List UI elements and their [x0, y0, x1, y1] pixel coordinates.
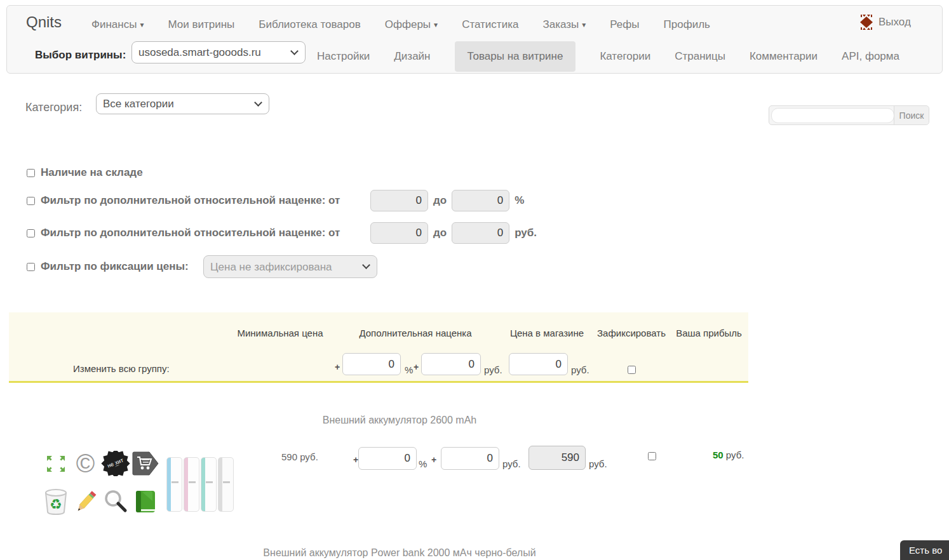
storefront-select-wrap: usoseda.smart-gooods.ru [131, 41, 306, 63]
product-title: Внешний аккумулятор 2600 mAh [323, 415, 476, 426]
product-actions: © не хит ⌒ [41, 444, 160, 521]
stock-filter-checkbox[interactable] [27, 169, 35, 177]
edit-pencil-icon[interactable] [71, 483, 100, 521]
expand-arrows-icon[interactable] [41, 444, 71, 483]
nav-orders[interactable]: Заказы▾ [542, 18, 586, 31]
category-select-label: Категория: [25, 101, 82, 114]
group-fix-checkbox[interactable] [628, 366, 636, 374]
price-fixation-label: Фильтр по фиксации цены: [41, 260, 203, 273]
storefront-select[interactable]: usoseda.smart-gooods.ru [132, 42, 305, 63]
column-header-extra-markup: Дополнительная наценка [359, 328, 471, 338]
relative-markup-label: Фильтр по дополнительной относительной н… [41, 194, 370, 207]
category-select[interactable]: Все категории [97, 94, 269, 114]
absolute-markup-from-input[interactable] [370, 222, 428, 244]
group-percent-input[interactable] [342, 353, 401, 375]
stock-filter-row: Наличие на складе [27, 166, 143, 179]
relative-markup-suffix: % [515, 194, 524, 207]
logo[interactable]: Qnits [26, 13, 62, 31]
storefront-tabs: Настройки Дизайн Товары на витрине Катег… [317, 41, 899, 72]
tab-api-form[interactable]: API, форма [842, 41, 899, 72]
product-store-price-suffix: руб. [589, 458, 607, 469]
search-button[interactable]: Поиск [894, 106, 929, 124]
absolute-markup-suffix: руб. [515, 227, 537, 239]
category-select-wrap: Все категории [96, 93, 269, 114]
group-price-suffix: руб. [571, 364, 589, 375]
svg-text:♻: ♻ [50, 497, 62, 512]
nav-product-library[interactable]: Библиотека товаров [259, 18, 360, 31]
search-box: Поиск [769, 105, 929, 125]
group-price-input[interactable] [509, 353, 568, 375]
group-rub-suffix: руб. [484, 364, 502, 375]
tab-categories[interactable]: Категории [600, 41, 650, 72]
search-input[interactable] [771, 108, 894, 123]
tab-pages[interactable]: Страницы [675, 41, 725, 72]
plus-sign: + [353, 455, 358, 465]
exit-icon [858, 15, 875, 30]
product-profit: 50 руб. [713, 450, 744, 460]
caret-down-icon: ▾ [582, 20, 586, 29]
relative-markup-to-label: до [433, 194, 447, 207]
product-fix-checkbox[interactable] [648, 452, 656, 460]
nav-referrals[interactable]: Рефы [610, 18, 639, 31]
product-min-price: 590 руб. [281, 451, 318, 462]
product-image[interactable] [163, 443, 239, 521]
relative-markup-to-input[interactable] [452, 190, 509, 211]
column-header-store-price: Цена в магазине [510, 328, 584, 338]
group-rub-input[interactable] [421, 353, 481, 375]
price-fixation-checkbox[interactable] [27, 263, 35, 271]
column-header-profit: Ваша прибыль [676, 328, 742, 338]
logout-button[interactable]: Выход [858, 15, 911, 30]
product-rub-input[interactable] [441, 447, 499, 470]
price-fixation-select-wrap: Цена не зафиксирована [203, 255, 377, 278]
caret-down-icon: ▾ [434, 20, 438, 29]
product-percent-input[interactable] [358, 447, 417, 470]
tab-products-on-storefront[interactable]: Товары на витрине [455, 41, 576, 72]
price-fixation-filter-row: Фильтр по фиксации цены: Цена не зафикси… [27, 255, 377, 278]
plus-sign: + [431, 455, 436, 465]
price-fixation-select[interactable]: Цена не зафиксирована [204, 256, 377, 277]
nav-profile[interactable]: Профиль [664, 18, 710, 31]
product-rub-suffix: руб. [502, 458, 521, 469]
plus-sign: + [335, 362, 340, 372]
delete-recycle-icon[interactable]: ♻ [41, 483, 71, 521]
tab-settings[interactable]: Настройки [317, 41, 370, 72]
absolute-markup-filter-row: Фильтр по дополнительной относительной н… [27, 222, 537, 244]
absolute-markup-to-input[interactable] [452, 222, 509, 244]
product-title: Внешний аккумулятор Power bank 2000 мАч … [263, 547, 535, 559]
caret-down-icon: ▾ [140, 20, 144, 29]
group-percent-suffix: % [405, 364, 413, 375]
storefront-select-label: Выбор витрины: [35, 49, 126, 62]
nav-my-storefronts[interactable]: Мои витрины [168, 18, 234, 31]
absolute-markup-checkbox[interactable] [27, 229, 35, 237]
page-root: Qnits Финансы▾ Мои витрины Библиотека то… [0, 0, 949, 560]
nav-finances[interactable]: Финансы▾ [91, 18, 144, 31]
absolute-markup-to-label: до [433, 227, 447, 239]
tab-design[interactable]: Дизайн [394, 41, 430, 72]
catalog-book-icon[interactable] [130, 483, 160, 521]
top-bar: Qnits Финансы▾ Мои витрины Библиотека то… [6, 5, 943, 74]
product-store-price-input[interactable] [528, 446, 586, 470]
stock-filter-label: Наличие на складе [41, 166, 143, 179]
group-edit-label: Изменить всю группу: [73, 363, 170, 374]
cart-icon[interactable] [130, 444, 160, 483]
have-question-button[interactable]: Есть во [900, 540, 949, 560]
absolute-markup-label: Фильтр по дополнительной относительной н… [41, 227, 370, 239]
nav-statistics[interactable]: Статистика [462, 18, 518, 31]
main-nav: Финансы▾ Мои витрины Библиотека товаров … [91, 16, 710, 34]
relative-markup-checkbox[interactable] [27, 197, 35, 205]
plus-sign: + [414, 362, 419, 372]
not-hit-badge-icon[interactable]: не хит ⌒ [100, 444, 130, 483]
relative-markup-filter-row: Фильтр по дополнительной относительной н… [27, 189, 524, 212]
tab-comments[interactable]: Комментарии [750, 41, 818, 72]
nav-offers[interactable]: Офферы▾ [385, 18, 438, 31]
preview-magnifier-icon[interactable] [100, 483, 130, 521]
column-header-min-price: Минимальная цена [237, 328, 323, 338]
column-header-fix: Зафиксировать [597, 328, 666, 338]
product-percent-suffix: % [419, 458, 427, 469]
relative-markup-from-input[interactable] [370, 190, 428, 211]
copyright-icon[interactable]: © [71, 444, 100, 483]
